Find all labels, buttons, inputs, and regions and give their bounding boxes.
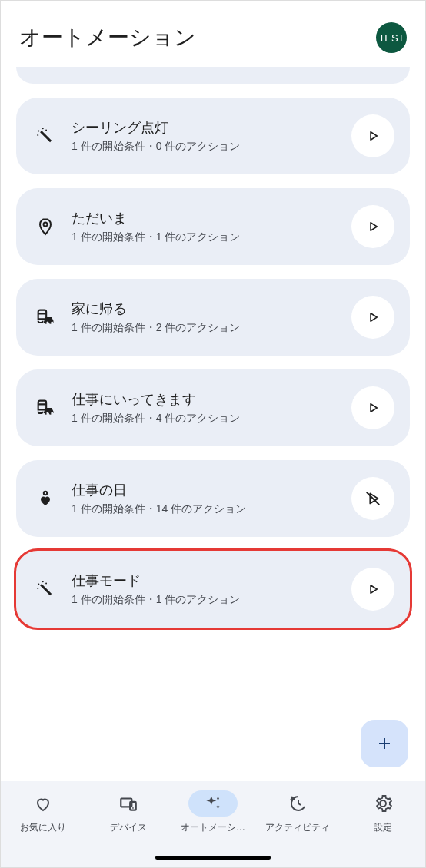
card-body: 仕事にいってきます1 件の開始条件・4 件のアクション bbox=[72, 390, 351, 426]
page-title: オートメーション bbox=[19, 23, 196, 52]
nav-label: デバイス bbox=[110, 821, 147, 834]
run-automation-button[interactable] bbox=[351, 296, 394, 339]
nav-label: お気に入り bbox=[20, 821, 66, 834]
svg-point-0 bbox=[38, 131, 39, 132]
play-off-icon bbox=[364, 490, 381, 507]
automation-subtitle: 1 件の開始条件・4 件のアクション bbox=[72, 412, 351, 426]
plus-icon bbox=[375, 734, 394, 753]
svg-point-8 bbox=[44, 492, 47, 495]
nav-item[interactable]: オートメーシ… bbox=[175, 790, 251, 834]
automation-title: ただいま bbox=[72, 209, 351, 227]
svg-point-17 bbox=[217, 797, 219, 800]
card-body: 仕事の日1 件の開始条件・14 件のアクション bbox=[72, 481, 351, 516]
automation-subtitle: 1 件の開始条件・14 件のアクション bbox=[72, 502, 351, 516]
svg-point-7 bbox=[51, 412, 53, 414]
run-automation-button[interactable] bbox=[351, 114, 394, 157]
svg-point-1 bbox=[42, 128, 44, 129]
nav-item[interactable]: アクティビティ bbox=[259, 790, 336, 834]
svg-point-13 bbox=[45, 582, 47, 584]
automation-card[interactable]: シーリング点灯1 件の開始条件・0 件のアクション bbox=[16, 98, 410, 174]
nav-item[interactable]: デバイス bbox=[90, 790, 167, 834]
partial-card bbox=[16, 67, 410, 84]
header: オートメーション TEST bbox=[1, 1, 425, 67]
run-automation-button[interactable] bbox=[351, 568, 394, 611]
commute-icon bbox=[32, 397, 59, 419]
add-automation-button[interactable] bbox=[361, 720, 408, 767]
svg-point-3 bbox=[45, 129, 47, 131]
svg-point-4 bbox=[46, 321, 48, 323]
play-icon bbox=[366, 310, 380, 324]
run-automation-button[interactable] bbox=[351, 477, 394, 520]
automation-title: 仕事にいってきます bbox=[72, 390, 351, 409]
automation-title: 仕事モード bbox=[72, 571, 351, 590]
automation-card[interactable]: 仕事モード1 件の開始条件・1 件のアクション bbox=[16, 551, 410, 628]
automation-subtitle: 1 件の開始条件・2 件のアクション bbox=[72, 321, 351, 335]
svg-point-2 bbox=[37, 134, 38, 136]
bottom-nav: お気に入りデバイスオートメーシ…アクティビティ設定 bbox=[1, 781, 425, 867]
automation-card[interactable]: 仕事にいってきます1 件の開始条件・4 件のアクション bbox=[16, 369, 410, 446]
play-icon bbox=[366, 129, 380, 143]
automation-title: シーリング点灯 bbox=[72, 118, 351, 137]
automation-title: 仕事の日 bbox=[72, 481, 351, 499]
svg-point-11 bbox=[42, 581, 44, 582]
run-automation-button[interactable] bbox=[351, 386, 394, 429]
nav-label: 設定 bbox=[374, 821, 392, 834]
play-icon bbox=[366, 582, 380, 596]
heart-outline-icon bbox=[18, 790, 68, 817]
run-automation-button[interactable] bbox=[351, 205, 394, 248]
nav-item[interactable]: 設定 bbox=[344, 790, 421, 834]
svg-point-5 bbox=[51, 321, 53, 323]
card-body: 仕事モード1 件の開始条件・1 件のアクション bbox=[72, 571, 351, 607]
automation-subtitle: 1 件の開始条件・0 件のアクション bbox=[72, 140, 351, 154]
automation-title: 家に帰る bbox=[72, 300, 351, 318]
card-body: 家に帰る1 件の開始条件・2 件のアクション bbox=[72, 300, 351, 335]
heart-icon bbox=[32, 489, 59, 508]
gear-icon bbox=[358, 790, 408, 817]
history-icon bbox=[273, 790, 322, 817]
svg-point-10 bbox=[38, 584, 39, 585]
commute-icon bbox=[32, 306, 59, 328]
card-body: シーリング点灯1 件の開始条件・0 件のアクション bbox=[72, 118, 351, 154]
svg-point-12 bbox=[37, 588, 38, 589]
automation-card[interactable]: 仕事の日1 件の開始条件・14 件のアクション bbox=[16, 460, 410, 537]
wand-icon bbox=[32, 126, 59, 146]
automation-subtitle: 1 件の開始条件・1 件のアクション bbox=[72, 593, 351, 607]
home-indicator bbox=[155, 856, 271, 860]
automation-card[interactable]: 家に帰る1 件の開始条件・2 件のアクション bbox=[16, 279, 410, 356]
pin-icon bbox=[32, 217, 59, 236]
play-icon bbox=[366, 401, 380, 415]
devices-icon bbox=[104, 790, 153, 817]
sparkle-icon bbox=[188, 790, 238, 817]
avatar[interactable]: TEST bbox=[376, 22, 407, 53]
automation-subtitle: 1 件の開始条件・1 件のアクション bbox=[72, 230, 351, 244]
automation-card[interactable]: ただいま1 件の開始条件・1 件のアクション bbox=[16, 188, 410, 265]
play-icon bbox=[366, 220, 380, 234]
wand-icon bbox=[32, 579, 59, 599]
svg-point-16 bbox=[132, 807, 134, 809]
nav-label: オートメーシ… bbox=[181, 821, 245, 834]
nav-item[interactable]: お気に入り bbox=[5, 790, 82, 834]
svg-point-6 bbox=[46, 412, 48, 414]
card-body: ただいま1 件の開始条件・1 件のアクション bbox=[72, 209, 351, 244]
nav-label: アクティビティ bbox=[265, 821, 330, 834]
automation-list: シーリング点灯1 件の開始条件・0 件のアクションただいま1 件の開始条件・1 … bbox=[1, 67, 425, 628]
